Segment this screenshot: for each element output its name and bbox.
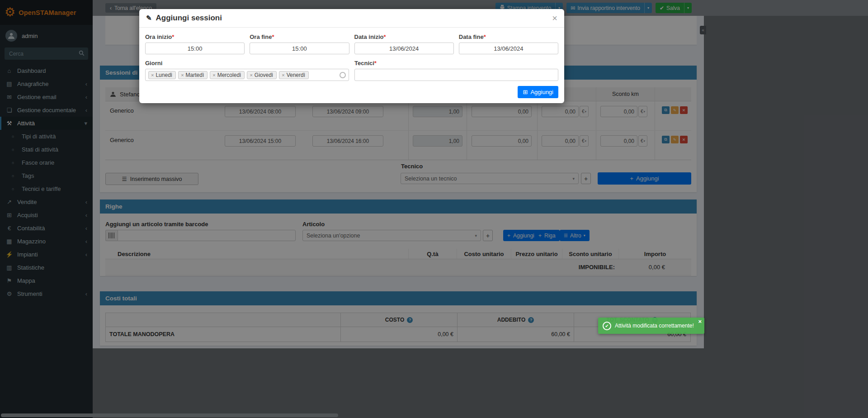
ora-fine-label: Ora fine* (250, 33, 349, 40)
data-fine-input[interactable] (459, 43, 558, 54)
toast-close-icon[interactable]: × (698, 318, 702, 325)
toast-message: Attività modificata correttamente! (615, 323, 694, 329)
data-inizio-label: Data inizio* (354, 33, 454, 40)
tecnici-label: Tecnici* (354, 60, 558, 66)
day-tag[interactable]: ×Giovedì (247, 71, 277, 79)
ora-fine-group: Ora fine* (250, 33, 349, 54)
giorni-group: Giorni ×Lunedì ×Martedì ×Mercoledì ×Giov… (145, 60, 349, 81)
pencil-icon: ✎ (146, 14, 152, 22)
day-tag[interactable]: ×Mercoledì (210, 71, 245, 79)
remove-tag-icon[interactable]: × (151, 72, 154, 78)
ora-inizio-group: Ora inizio* (145, 33, 245, 54)
modal-footer: ⊞Aggiungi (145, 86, 558, 98)
ora-inizio-input[interactable] (145, 43, 245, 54)
giorni-tag-input[interactable]: ×Lunedì ×Martedì ×Mercoledì ×Giovedì ×Ve… (145, 69, 349, 81)
giorni-label: Giorni (145, 60, 349, 66)
modal-close-button[interactable]: × (552, 14, 557, 23)
remove-tag-icon[interactable]: × (181, 72, 184, 78)
required-mark: * (384, 33, 386, 40)
add-sessions-modal: ✎ Aggiungi sessioni × Ora inizio* Ora fi… (139, 9, 564, 103)
remove-tag-icon[interactable]: × (212, 72, 215, 78)
remove-tag-icon[interactable]: × (250, 72, 252, 78)
day-tag[interactable]: ×Venerdì (279, 71, 309, 79)
modal-title: ✎ Aggiungi sessioni (146, 14, 222, 23)
modal-header: ✎ Aggiungi sessioni × (139, 9, 564, 28)
openstamanager-app: ⚙ OpenSTAManager admin ⌂Dashboard ▤Anagr… (0, 0, 868, 418)
required-mark: * (374, 60, 377, 66)
day-tag[interactable]: ×Lunedì (148, 71, 176, 79)
data-fine-label: Data fine* (459, 33, 558, 40)
tecnici-group: Tecnici* (354, 60, 558, 81)
clear-tags-button[interactable] (340, 72, 346, 78)
modal-submit-button[interactable]: ⊞Aggiungi (518, 86, 558, 98)
data-fine-group: Data fine* (459, 33, 558, 54)
required-mark: * (172, 33, 174, 40)
ora-fine-input[interactable] (250, 43, 349, 54)
required-mark: * (272, 33, 274, 40)
success-toast: ✔ Attività modificata correttamente! × (598, 318, 704, 334)
remove-tag-icon[interactable]: × (282, 72, 284, 78)
check-circle-icon: ✔ (603, 322, 611, 330)
data-inizio-group: Data inizio* (354, 33, 454, 54)
tecnici-input[interactable] (354, 69, 558, 81)
data-inizio-input[interactable] (354, 43, 454, 54)
required-mark: * (484, 33, 486, 40)
modal-body: Ora inizio* Ora fine* Data inizio* Data … (139, 28, 564, 103)
day-tag[interactable]: ×Martedì (178, 71, 208, 79)
plus-square-icon: ⊞ (523, 89, 528, 95)
ora-inizio-label: Ora inizio* (145, 33, 245, 40)
